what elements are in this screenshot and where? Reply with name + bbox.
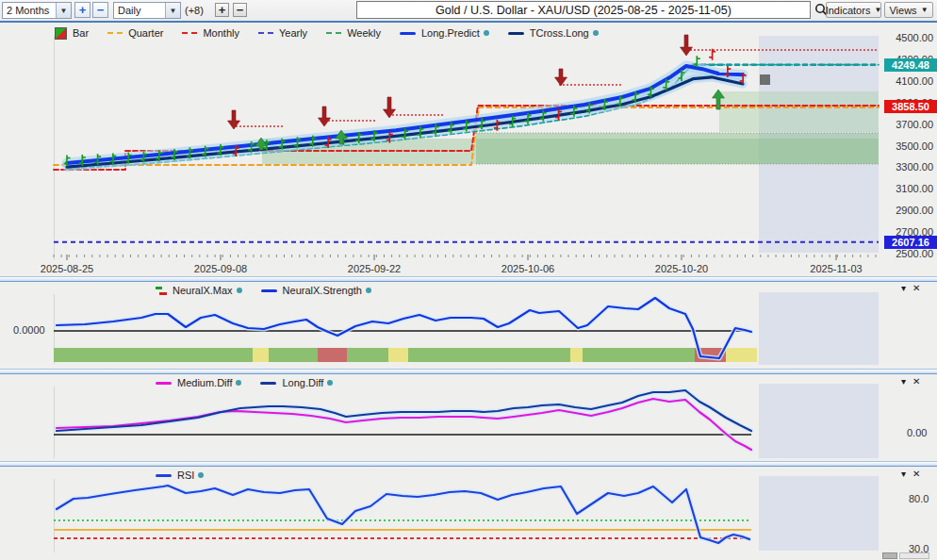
legend-item-bar[interactable]: Bar [55, 27, 89, 40]
price-axis-tick-label: 3300.00 [884, 161, 933, 173]
info-dot-icon[interactable] [366, 288, 371, 293]
line-swatch-icon [508, 32, 524, 35]
diff-zero-label: 0.00 [907, 427, 927, 438]
main-legend: BarQuarterMonthlyYearlyWeeklyLong.Predic… [55, 26, 599, 40]
legend-item-long-predict[interactable]: Long.Predict [400, 27, 489, 39]
period-select[interactable]: Daily ▼ [113, 2, 181, 19]
indicators-button-label: Indicators [826, 5, 871, 16]
legend-item-tcross-long[interactable]: TCross.Long [508, 27, 599, 39]
toolbar: 2 Months ▼ + − Daily ▼ (+8) + − Gold / U… [0, 0, 937, 21]
diff-legend: Medium.DiffLong.Diff [156, 376, 333, 389]
line-swatch-icon [400, 32, 416, 35]
line-swatch-icon [260, 382, 276, 385]
neuralx-panel-controls: ▾ ✕ [901, 283, 920, 293]
symbol-title: Gold / U.S. Dollar - XAU/USD (2025-08-25… [436, 4, 732, 17]
legend-label: Yearly [279, 27, 307, 39]
indicators-button[interactable]: Indicators ▼ [826, 2, 881, 18]
close-panel-icon[interactable]: ✕ [912, 469, 920, 479]
date-axis-label: 2025-10-06 [501, 263, 554, 274]
legend-label: Weekly [347, 27, 381, 39]
legend-label: NeuralX.Max [173, 285, 233, 296]
legend-item-neuralx-max[interactable]: NeuralX.Max [156, 285, 242, 296]
chevron-down-icon: ▼ [874, 6, 881, 14]
views-button-label: Views [889, 5, 916, 16]
legend-label: Bar [73, 27, 89, 39]
collapse-panel-icon[interactable]: ▾ [901, 283, 906, 293]
info-dot-icon[interactable] [327, 380, 333, 386]
bars-offset-label: (+8) [185, 5, 204, 16]
range-select[interactable]: 2 Months ▼ [2, 2, 72, 19]
dash-swatch-icon [326, 32, 341, 34]
neuralx-zero-label: 0.0000 [13, 324, 45, 336]
legend-label: Medium.Diff [177, 377, 232, 388]
range-zoom-out-button[interactable]: − [92, 2, 108, 18]
legend-item-yearly[interactable]: Yearly [258, 27, 307, 39]
price-level-tag: 4249.48 [884, 58, 937, 72]
legend-label: Monthly [203, 27, 239, 39]
price-axis-tick-label: 3700.00 [884, 119, 933, 130]
range-zoom-in-button[interactable]: + [74, 2, 90, 18]
price-level-tag: 2607.16 [884, 236, 937, 249]
neuralx-panel [0, 282, 937, 369]
legend-label: Long.Diff [282, 377, 323, 388]
diff-panel-controls: ▾ ✕ [901, 376, 920, 387]
date-axis-label: 2025-11-03 [810, 263, 862, 274]
range-select-value: 2 Months [3, 5, 56, 16]
legend-item-long-diff[interactable]: Long.Diff [260, 377, 333, 388]
views-button[interactable]: Views ▼ [884, 2, 933, 18]
line-swatch-icon [156, 474, 172, 477]
date-axis-label: 2025-08-25 [41, 263, 93, 274]
legend-item-neuralx-strength[interactable]: NeuralX.Strength [261, 285, 371, 296]
info-dot-icon[interactable] [236, 380, 241, 386]
bar-add-button[interactable]: + [215, 3, 229, 17]
price-axis-tick-label: 4100.00 [884, 75, 933, 87]
dash-swatch-icon [258, 32, 273, 34]
price-level-tag: 3858.50 [884, 100, 937, 113]
diff-axis-line [54, 387, 55, 458]
info-dot-icon[interactable] [593, 30, 599, 36]
legend-item-medium-diff[interactable]: Medium.Diff [156, 377, 241, 388]
rsi-lower-label: 30.0 [909, 543, 929, 554]
chevron-down-icon[interactable]: ▼ [165, 3, 180, 18]
main-y-axis-line [54, 36, 55, 260]
legend-item-monthly[interactable]: Monthly [182, 27, 239, 39]
dash-swatch-icon [107, 32, 123, 34]
legend-label: NeuralX.Strength [283, 285, 362, 296]
chevron-down-icon[interactable]: ▼ [56, 3, 71, 18]
legend-label: Quarter [128, 27, 163, 39]
period-select-value: Daily [114, 5, 165, 16]
neuralx-axis-line [54, 294, 55, 364]
minibar-legend-icon [156, 287, 167, 295]
bar-remove-button[interactable]: − [233, 3, 247, 17]
price-axis-tick-label: 2900.00 [884, 205, 933, 216]
symbol-title-box[interactable]: Gold / U.S. Dollar - XAU/USD (2025-08-25… [356, 1, 811, 19]
price-axis-tick-label: 4500.00 [884, 32, 933, 43]
rsi-panel-controls: ▾ ✕ [901, 469, 920, 479]
scrollbar-corner[interactable] [882, 552, 897, 559]
date-axis-label: 2025-09-08 [194, 263, 247, 274]
price-axis-tick-label: 2500.00 [884, 248, 933, 259]
neuralx-legend: NeuralX.MaxNeuralX.Strength [156, 284, 371, 297]
rsi-panel [0, 467, 937, 560]
date-axis-label: 2025-09-22 [348, 263, 401, 274]
price-axis-tick-label: 3100.00 [884, 183, 933, 194]
info-dot-icon[interactable] [484, 30, 489, 36]
legend-item-weekly[interactable]: Weekly [326, 27, 381, 39]
legend-item-rsi[interactable]: RSI [156, 469, 204, 481]
collapse-panel-icon[interactable]: ▾ [901, 376, 906, 387]
legend-label: RSI [177, 469, 194, 481]
trading-app-window: 2 Months ▼ + − Daily ▼ (+8) + − Gold / U… [0, 0, 937, 560]
close-panel-icon[interactable]: ✕ [912, 283, 920, 293]
legend-label: Long.Predict [421, 27, 480, 39]
main-price-panel [0, 23, 937, 276]
rsi-upper-label: 80.0 [909, 493, 929, 504]
rsi-legend: RSI [156, 469, 204, 482]
legend-item-quarter[interactable]: Quarter [107, 27, 163, 39]
info-dot-icon[interactable] [237, 288, 242, 293]
line-swatch-icon [261, 289, 277, 292]
line-swatch-icon [156, 382, 172, 385]
close-panel-icon[interactable]: ✕ [912, 376, 920, 387]
dash-swatch-icon [182, 32, 197, 34]
collapse-panel-icon[interactable]: ▾ [901, 469, 906, 479]
info-dot-icon[interactable] [198, 472, 204, 478]
